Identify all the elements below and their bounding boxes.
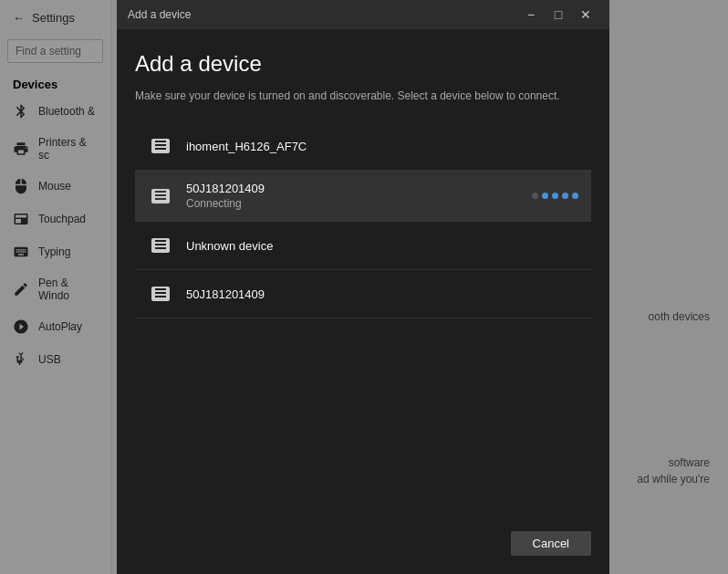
titlebar-controls: − □ ✕: [518, 5, 598, 24]
device-info-1: ihoment_H6126_AF7C: [186, 140, 578, 153]
device-item-3[interactable]: Unknown device: [135, 222, 591, 270]
dialog-body: Add a device Make sure your device is tu…: [117, 29, 609, 520]
device-icon-2: [148, 183, 173, 209]
connecting-dots: [532, 193, 578, 199]
device-status-2: Connecting: [186, 197, 519, 210]
device-icon-4: [148, 281, 173, 307]
dialog-footer: Cancel: [117, 520, 609, 574]
dialog-titlebar-title: Add a device: [128, 8, 191, 21]
device-name-1: ihoment_H6126_AF7C: [186, 140, 578, 153]
dialog-overlay: Add a device − □ ✕ Add a device Make sur…: [0, 0, 728, 574]
dot-5: [572, 193, 578, 199]
device-name-4: 50J181201409: [186, 287, 578, 301]
device-item-1[interactable]: ihoment_H6126_AF7C: [135, 122, 591, 171]
close-button[interactable]: ✕: [573, 5, 598, 24]
dialog-subtitle: Make sure your device is turned on and d…: [135, 88, 591, 104]
device-name-2: 50J181201409: [186, 182, 519, 195]
device-item-4[interactable]: 50J181201409: [135, 270, 591, 318]
add-device-dialog: Add a device − □ ✕ Add a device Make sur…: [117, 0, 609, 574]
device-info-2: 50J181201409 Connecting: [186, 182, 519, 210]
maximize-button[interactable]: □: [546, 5, 571, 24]
dot-1: [532, 193, 538, 199]
device-icon-1: [148, 133, 173, 159]
dot-2: [542, 193, 548, 199]
device-list: ihoment_H6126_AF7C 50J181201409 Connecti…: [135, 122, 591, 502]
device-item-2[interactable]: 50J181201409 Connecting: [135, 171, 591, 222]
cancel-button[interactable]: Cancel: [511, 531, 591, 556]
device-name-3: Unknown device: [186, 239, 578, 253]
dot-3: [552, 193, 558, 199]
dot-4: [562, 193, 568, 199]
device-icon-3: [148, 233, 173, 258]
device-info-4: 50J181201409: [186, 287, 578, 301]
dialog-titlebar: Add a device − □ ✕: [117, 0, 609, 29]
minimize-button[interactable]: −: [518, 5, 544, 24]
dialog-title: Add a device: [135, 51, 591, 77]
device-info-3: Unknown device: [186, 239, 578, 253]
